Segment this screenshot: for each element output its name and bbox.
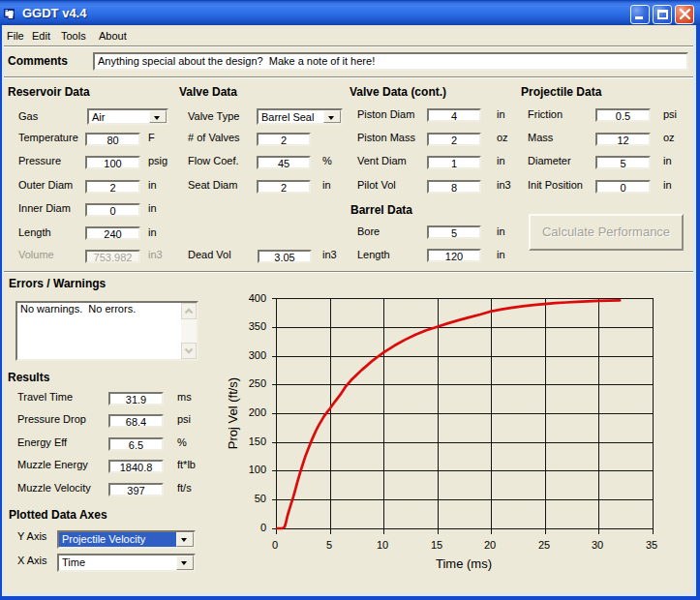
svg-text:0: 0 [272,539,278,551]
svg-text:250: 250 [249,377,266,389]
svg-text:0: 0 [260,522,266,533]
svg-text:Time (ms): Time (ms) [436,556,492,571]
svg-text:350: 350 [249,320,266,332]
svg-text:15: 15 [431,539,442,551]
svg-text:Proj Vel (ft/s): Proj Vel (ft/s) [226,377,240,449]
svg-text:35: 35 [646,539,657,551]
svg-text:200: 200 [249,406,266,418]
svg-text:25: 25 [538,539,550,551]
svg-text:150: 150 [249,435,266,447]
svg-text:50: 50 [255,493,266,504]
svg-text:5: 5 [326,539,332,551]
svg-text:30: 30 [592,539,603,551]
svg-text:20: 20 [484,539,496,551]
svg-text:300: 300 [249,349,266,361]
svg-text:400: 400 [249,292,266,304]
svg-text:100: 100 [249,464,266,475]
svg-text:10: 10 [377,539,388,551]
